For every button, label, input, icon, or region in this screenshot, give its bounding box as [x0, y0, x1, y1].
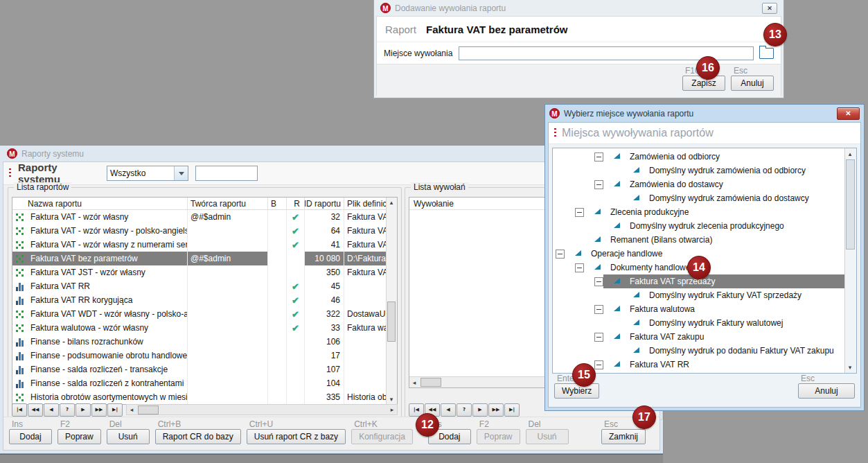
record-nav-button[interactable]: |◀: [12, 403, 27, 417]
button-block: DelUsuń: [526, 419, 569, 444]
column-header[interactable]: Nazwa raportu: [12, 198, 188, 209]
tree-item[interactable]: Domyślny wydruk po dodaniu Faktury VAT z…: [553, 344, 844, 358]
record-nav-button[interactable]: ▶: [76, 403, 91, 417]
action-button[interactable]: Raport CR do bazy: [155, 429, 241, 444]
chevron-down-icon[interactable]: [174, 166, 188, 180]
close-window-button[interactable]: Zamknij: [601, 429, 646, 444]
report-id-cell: 106: [305, 335, 344, 349]
scroll-left-icon[interactable]: ◂: [409, 378, 419, 387]
tree-vertical-scrollbar[interactable]: ▴ ▾: [844, 148, 856, 373]
collapse-icon[interactable]: [594, 277, 603, 286]
record-nav-button[interactable]: ▶▶: [91, 403, 107, 417]
picker-header: Miejsca wywoływania raportów: [549, 123, 860, 144]
tree-item[interactable]: Zamówienia do dostawcy: [553, 177, 844, 191]
report-filter-combobox[interactable]: Wszystko: [107, 166, 188, 181]
report-row[interactable]: Historia obrotów asortymentowych w miesi…: [12, 390, 397, 404]
report-chart-icon: [15, 351, 24, 360]
folder-browse-icon[interactable]: [759, 48, 774, 59]
tree-item[interactable]: Zlecenia produkcyjne: [553, 205, 844, 219]
tree-item[interactable]: Domyślny wydruk Faktury walutowej: [553, 316, 844, 330]
report-b-cell: [268, 252, 287, 265]
collapse-icon[interactable]: [594, 333, 603, 342]
collapse-icon[interactable]: [575, 208, 584, 217]
action-button[interactable]: Usuń raport CR z bazy: [247, 429, 346, 444]
action-button[interactable]: Dodaj: [9, 429, 52, 444]
tree-node-arrow-icon: [614, 222, 620, 228]
report-row[interactable]: Faktura VAT RR✔45: [12, 279, 397, 293]
collapse-icon[interactable]: [575, 263, 584, 272]
scrollbar-thumb[interactable]: [387, 302, 396, 342]
tree-item[interactable]: Domyślny wydruk Faktury VAT sprzedaży: [553, 288, 844, 302]
collapse-icon[interactable]: [594, 305, 603, 314]
scrollbar-thumb[interactable]: [846, 159, 855, 250]
report-author-cell: [188, 376, 268, 390]
report-r-cell: ✔: [287, 224, 305, 238]
collapse-icon[interactable]: [594, 180, 603, 189]
report-row[interactable]: Finanse - salda rozliczeń z kontrahentam…: [12, 376, 397, 390]
record-nav-button[interactable]: ▶▶: [488, 403, 504, 417]
tree-item[interactable]: Faktura walutowa: [553, 302, 844, 316]
column-header[interactable]: B: [268, 198, 287, 209]
report-name-cell: Faktura walutowa - wzór własny: [12, 321, 188, 335]
tree-item[interactable]: Zamówienia od odbiorcy: [553, 150, 844, 164]
scrollbar-thumb[interactable]: [138, 405, 159, 414]
report-dots-icon: [15, 393, 24, 402]
tree-item[interactable]: Domyślny wydruk zamówienia od odbiorcy: [553, 164, 844, 177]
report-search-input[interactable]: [195, 166, 258, 181]
scroll-right-icon[interactable]: ▸: [387, 405, 397, 414]
tree-item[interactable]: Faktura VAT zakupu: [553, 330, 844, 344]
cancel-button[interactable]: Anuluj: [731, 76, 774, 91]
report-r-cell: [287, 390, 305, 404]
close-icon[interactable]: ✕: [837, 107, 860, 120]
report-row[interactable]: Faktura walutowa - wzór własny✔33Faktura…: [12, 321, 397, 335]
reports-vertical-scrollbar[interactable]: ▴ ▾: [386, 198, 397, 404]
close-icon[interactable]: ✕: [762, 3, 777, 14]
collapse-icon[interactable]: [556, 250, 565, 259]
report-row[interactable]: Faktura VAT - wzór własny z numerami ser…: [12, 238, 397, 252]
report-row[interactable]: Faktura VAT - wzór własny - polsko-angie…: [12, 224, 397, 238]
tree-item[interactable]: Domyślny wydruk zlecenia produkcyjnego: [553, 219, 844, 233]
scroll-up-icon[interactable]: ▴: [387, 198, 396, 207]
tree-item-content: Domyślny wydruk po dodaniu Faktury VAT z…: [623, 344, 844, 358]
tree-item[interactable]: Domyślny wydruk zamówienia do dostawcy: [553, 191, 844, 205]
record-nav-button[interactable]: ▶|: [504, 403, 520, 417]
column-header[interactable]: ID raportu: [305, 198, 344, 209]
column-header[interactable]: Twórca raportu: [188, 198, 268, 209]
report-row[interactable]: Finanse - bilans rozrachunków106: [12, 335, 397, 349]
choose-button[interactable]: Wybierz: [554, 383, 599, 399]
record-nav-button[interactable]: ◀: [441, 403, 456, 417]
record-nav-button[interactable]: ◀: [44, 403, 59, 417]
tree-item[interactable]: Faktura VAT RR: [553, 358, 844, 372]
action-button: Popraw: [477, 429, 520, 444]
report-b-cell: [268, 349, 287, 362]
report-row[interactable]: Finanse - podsumowanie obrotu handlowego…: [12, 349, 397, 362]
record-nav-button[interactable]: ▶: [472, 403, 488, 417]
action-button[interactable]: Popraw: [57, 429, 101, 444]
report-row[interactable]: Faktura VAT RR korygująca✔46: [12, 293, 397, 307]
picker-titlebar[interactable]: M Wybierz miejsce wywołania raportu ✕: [548, 105, 861, 122]
report-row[interactable]: Faktura VAT - wzór własny@#$admin✔32Fakt…: [12, 210, 397, 224]
cancel-button[interactable]: Anuluj: [798, 383, 855, 399]
report-chart-icon: [15, 379, 24, 388]
scroll-left-icon[interactable]: ◂: [127, 405, 136, 414]
column-header[interactable]: R: [287, 198, 305, 209]
action-button[interactable]: Usuń: [107, 429, 150, 444]
column-header[interactable]: Plik definic∧: [344, 198, 387, 209]
reports-horizontal-scrollbar[interactable]: ◂ ▸: [126, 404, 398, 415]
record-nav-button[interactable]: ◀◀: [28, 403, 43, 417]
record-nav-button[interactable]: ?: [60, 403, 75, 417]
record-nav-button[interactable]: ?: [457, 403, 472, 417]
report-row[interactable]: Faktura VAT bez parametrów@#$admin10 080…: [12, 252, 397, 265]
dialog-titlebar[interactable]: M Dodawanie wywołania raportu ✕: [376, 0, 781, 16]
tree-item[interactable]: Remanent (Bilans otwarcia): [553, 233, 844, 247]
report-id-cell: 104: [305, 376, 344, 390]
record-nav-button[interactable]: ▶|: [107, 403, 123, 417]
report-row[interactable]: Finanse - salda rozliczeń - transakcje10…: [12, 362, 397, 376]
report-row[interactable]: Faktura VAT WDT - wzór własny - polsko-a…: [12, 307, 397, 321]
scroll-up-icon[interactable]: ▴: [845, 149, 855, 159]
scrollbar-thumb[interactable]: [420, 378, 441, 387]
collapse-icon[interactable]: [594, 360, 603, 369]
picker-page-title: Miejsca wywoływania raportów: [562, 127, 714, 139]
collapse-icon[interactable]: [594, 152, 603, 161]
report-row[interactable]: Faktura VAT JST - wzór własny350Faktura …: [12, 265, 397, 279]
